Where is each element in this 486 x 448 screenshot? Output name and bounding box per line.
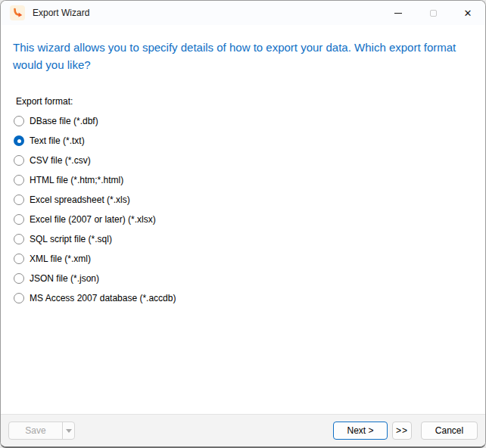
maximize-button[interactable] (416, 1, 450, 25)
titlebar: Export Wizard ✕ (1, 1, 485, 25)
radio-option-label: SQL script file (*.sql) (30, 234, 112, 244)
radio-unselected-icon[interactable] (14, 254, 24, 264)
radio-unselected-icon[interactable] (14, 234, 24, 244)
skip-to-end-button[interactable]: >> (392, 422, 412, 440)
radio-option-label: HTML file (*.htm;*.html) (30, 175, 123, 185)
radio-option-label: DBase file (*.dbf) (30, 116, 98, 126)
save-split-button: Save (8, 422, 75, 440)
minimize-icon (394, 13, 402, 14)
export-wizard-window: Export Wizard ✕ This wizard allows you t… (0, 0, 486, 448)
radio-option-label: Text file (*.txt) (30, 135, 85, 146)
radio-option-label: Excel file (2007 or later) (*.xlsx) (30, 214, 156, 225)
radio-option[interactable]: CSV file (*.csv) (14, 151, 473, 170)
radio-unselected-icon[interactable] (14, 293, 24, 303)
radio-unselected-icon[interactable] (14, 214, 24, 225)
radio-option[interactable]: HTML file (*.htm;*.html) (14, 170, 473, 190)
next-button[interactable]: Next > (333, 422, 388, 440)
radio-option-label: JSON file (*.json) (30, 273, 99, 284)
radio-unselected-icon[interactable] (14, 155, 24, 166)
cancel-button[interactable]: Cancel (421, 422, 478, 440)
radio-option-label: CSV file (*.csv) (30, 155, 91, 166)
radio-option[interactable]: JSON file (*.json) (14, 269, 473, 288)
window-controls: ✕ (381, 1, 485, 25)
save-button[interactable]: Save (9, 422, 62, 439)
minimize-button[interactable] (381, 1, 416, 25)
wizard-description: This wizard allows you to specify detail… (13, 39, 467, 73)
save-dropdown-arrow-icon[interactable] (62, 422, 74, 439)
export-wizard-app-icon (10, 5, 25, 20)
radio-selected-icon[interactable] (14, 135, 24, 146)
radio-option-label: Excel spreadsheet (*.xls) (30, 194, 130, 205)
radio-option[interactable]: MS Access 2007 database (*.accdb) (14, 288, 473, 308)
window-title: Export Wizard (33, 8, 89, 18)
radio-option[interactable]: SQL script file (*.sql) (14, 229, 473, 249)
radio-unselected-icon[interactable] (14, 194, 24, 205)
radio-unselected-icon[interactable] (14, 273, 24, 284)
maximize-icon (430, 10, 437, 17)
radio-unselected-icon[interactable] (14, 116, 24, 126)
wizard-content: This wizard allows you to specify detail… (1, 25, 485, 414)
export-format-label: Export format: (16, 96, 473, 107)
radio-option[interactable]: Excel file (2007 or later) (*.xlsx) (14, 210, 473, 229)
close-icon: ✕ (464, 8, 472, 18)
radio-option[interactable]: DBase file (*.dbf) (14, 111, 473, 131)
radio-option[interactable]: Text file (*.txt) (14, 131, 473, 151)
radio-option-label: MS Access 2007 database (*.accdb) (30, 293, 176, 303)
radio-option[interactable]: XML file (*.xml) (14, 249, 473, 269)
footer-bar: Save Next > >> Cancel (1, 414, 485, 446)
radio-unselected-icon[interactable] (14, 175, 24, 185)
format-options-list: DBase file (*.dbf)Text file (*.txt)CSV f… (14, 111, 473, 308)
footer-actions: Next > >> Cancel (333, 422, 478, 440)
close-button[interactable]: ✕ (450, 1, 485, 25)
radio-option-label: XML file (*.xml) (30, 254, 91, 264)
radio-option[interactable]: Excel spreadsheet (*.xls) (14, 190, 473, 210)
